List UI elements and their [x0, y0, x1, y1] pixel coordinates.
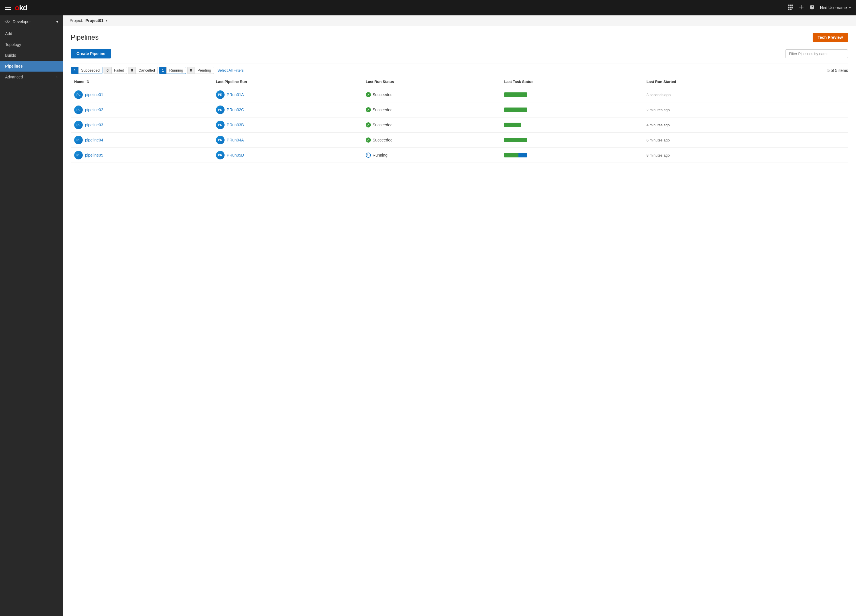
status-cell: ↻ Running [366, 152, 497, 158]
svg-rect-3 [788, 6, 790, 8]
task-bar-green [504, 92, 527, 97]
project-caret-icon[interactable]: ▾ [106, 19, 108, 23]
task-bar [504, 123, 527, 127]
run-cell: PR PRun02C [216, 106, 359, 114]
success-icon: ✓ [366, 137, 371, 143]
sidebar-item-pipelines[interactable]: Pipelines [0, 61, 63, 72]
table-row: PL pipeline01 PR PRun01A ✓ Succeeded 3 s… [71, 87, 848, 102]
run-time: 4 minutes ago [647, 123, 670, 127]
success-icon: ✓ [366, 107, 371, 112]
select-all-filters-link[interactable]: Select All Filters [217, 68, 244, 72]
kebab-menu-button[interactable]: ⋮ [791, 121, 799, 129]
toolbar: Create Pipeline [71, 49, 848, 58]
logo-kd: kd [19, 3, 27, 12]
status-cell: ✓ Succeeded [366, 137, 497, 143]
plus-icon[interactable] [798, 4, 804, 11]
topnav: okd Ned Username ▾ [0, 0, 856, 15]
col-run-status: Last Run Status [362, 77, 501, 87]
sidebar-item-topology-label: Topology [5, 42, 21, 47]
run-name-link[interactable]: PRun02C [227, 108, 244, 112]
advanced-chevron-icon: › [57, 75, 58, 79]
pipelines-table: Name ⇅ Last Pipeline Run Last Run Status… [71, 77, 848, 163]
tech-preview-button[interactable]: Tech Preview [813, 33, 848, 42]
sidebar-item-topology[interactable]: Topology [0, 39, 63, 50]
svg-rect-5 [792, 6, 793, 8]
run-cell: PR PRun04A [216, 136, 359, 144]
sidebar-item-add-label: Add [5, 31, 12, 36]
pending-label: Pending [195, 67, 214, 74]
kebab-menu-button[interactable]: ⋮ [791, 136, 799, 144]
cancelled-label: Cancelled [136, 67, 157, 74]
topnav-right: Ned Username ▾ [788, 4, 851, 11]
run-avatar: PR [216, 91, 225, 99]
pipeline-name-link[interactable]: pipeline04 [85, 138, 103, 142]
status-label: Succeeded [373, 123, 393, 127]
hamburger-menu[interactable] [5, 6, 11, 10]
page-header: Pipelines Tech Preview [71, 33, 848, 42]
run-name-link[interactable]: PRun04A [227, 138, 244, 142]
user-menu[interactable]: Ned Username ▾ [820, 5, 851, 10]
svg-rect-4 [790, 6, 791, 8]
filter-running[interactable]: 1 Running [159, 67, 186, 74]
run-time: 3 seconds ago [647, 93, 671, 97]
sidebar-item-builds[interactable]: Builds [0, 50, 63, 61]
pipeline-name-link[interactable]: pipeline03 [85, 123, 103, 127]
sidebar-role-switcher[interactable]: </> Developer ▾ [0, 17, 63, 27]
sort-icon: ⇅ [86, 80, 89, 84]
run-avatar: PR [216, 121, 225, 129]
task-bar-green [504, 153, 519, 157]
user-caret-icon: ▾ [849, 6, 851, 10]
col-actions [787, 77, 848, 87]
running-icon: ↻ [366, 152, 371, 158]
filter-failed[interactable]: 0 Failed [103, 67, 127, 74]
run-name-link[interactable]: PRun01A [227, 92, 244, 97]
run-avatar: PR [216, 136, 225, 144]
pipeline-avatar: PL [74, 106, 83, 114]
svg-rect-2 [792, 5, 793, 6]
grid-icon[interactable] [788, 4, 793, 11]
succeeded-count: 4 [71, 67, 79, 74]
col-last-run: Last Pipeline Run [212, 77, 362, 87]
pipeline-avatar: PL [74, 91, 83, 99]
filter-cancelled[interactable]: 0 Cancelled [128, 67, 158, 74]
app-logo: okd [15, 3, 27, 12]
run-cell: PR PRun01A [216, 91, 359, 99]
username: Ned Username [820, 5, 847, 10]
project-name: Project01 [85, 18, 103, 23]
success-icon: ✓ [366, 122, 371, 128]
col-run-started: Last Run Started [643, 77, 787, 87]
run-name-link[interactable]: PRun05D [227, 153, 244, 157]
pipeline-name-link[interactable]: pipeline05 [85, 153, 103, 157]
succeeded-label: Succeeded [79, 67, 102, 74]
sidebar-item-advanced-label: Advanced [5, 75, 23, 79]
running-label: Running [167, 67, 185, 74]
run-name-link[interactable]: PRun03B [227, 123, 244, 127]
col-name[interactable]: Name ⇅ [71, 77, 212, 87]
pipeline-name-link[interactable]: pipeline02 [85, 108, 103, 112]
running-count: 1 [159, 67, 167, 74]
cancelled-count: 0 [128, 67, 136, 74]
pending-count: 0 [188, 67, 195, 74]
table-row: PL pipeline02 PR PRun02C ✓ Succeeded 2 m… [71, 102, 848, 117]
table-row: PL pipeline05 PR PRun05D ↻ Running 8 min… [71, 148, 848, 163]
task-bar [504, 92, 527, 97]
kebab-menu-button[interactable]: ⋮ [791, 106, 799, 114]
main-content: Project: Project01 ▾ Pipelines Tech Prev… [63, 15, 856, 616]
svg-rect-1 [790, 5, 791, 6]
name-cell: PL pipeline03 [74, 121, 209, 129]
run-cell: PR PRun05D [216, 151, 359, 160]
page-title: Pipelines [71, 33, 99, 41]
task-bar-green [504, 138, 527, 142]
sidebar-item-add[interactable]: Add [0, 28, 63, 39]
svg-rect-6 [788, 9, 790, 10]
pipeline-name-link[interactable]: pipeline01 [85, 92, 103, 97]
filter-pending[interactable]: 0 Pending [187, 67, 214, 74]
filter-input[interactable] [785, 49, 848, 58]
create-pipeline-button[interactable]: Create Pipeline [71, 49, 111, 58]
kebab-menu-button[interactable]: ⋮ [791, 151, 799, 159]
sidebar-item-advanced[interactable]: Advanced › [0, 72, 63, 82]
task-bar [504, 138, 527, 142]
kebab-menu-button[interactable]: ⋮ [791, 91, 799, 98]
filter-succeeded[interactable]: 4 Succeeded [71, 67, 102, 74]
help-icon[interactable] [809, 4, 815, 11]
